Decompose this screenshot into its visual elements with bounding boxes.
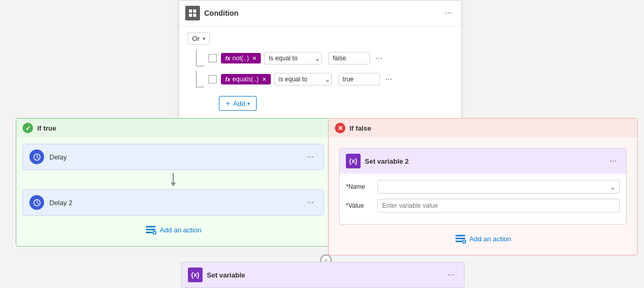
func-tag-1[interactable]: fx not(..) ✕ — [221, 53, 261, 63]
delay2-icon — [29, 195, 44, 210]
condition-row-2: fx equals(..) ✕ is equal to ··· — [194, 71, 453, 88]
flow-canvas: Condition ··· Or ▾ fx not(..) ✕ is equal — [0, 0, 644, 288]
add-chevron-icon: ▾ — [247, 101, 250, 106]
if-true-header: ✓ If true — [16, 119, 330, 137]
name-select-wrapper — [377, 180, 620, 194]
delay2-more-button[interactable]: ··· — [304, 197, 317, 208]
value-field[interactable] — [377, 199, 620, 212]
if-false-panel: ✕ If false {x} Set variable 2 ··· *Name — [328, 118, 638, 255]
if-true-add-action-label: Add an action — [160, 226, 202, 234]
func-close-1[interactable]: ✕ — [252, 55, 257, 62]
set-variable-bottom-card: {x} Set variable ··· — [181, 262, 464, 288]
operator-select-1[interactable]: is equal to — [264, 52, 322, 65]
svg-rect-11 — [146, 229, 155, 230]
bracket-1 — [196, 50, 204, 67]
svg-rect-10 — [146, 226, 155, 228]
condition-header: Condition ··· — [179, 1, 461, 26]
name-select[interactable] — [377, 180, 620, 194]
func-label-2: equals(..) — [233, 76, 259, 83]
if-false-add-action-label: Add an action — [469, 235, 511, 243]
condition-icon — [185, 6, 200, 20]
condition-body: Or ▾ fx not(..) ✕ is equal to ··· — [179, 26, 461, 119]
check-icon: ✓ — [23, 123, 33, 133]
checkbox-1[interactable] — [208, 54, 217, 62]
value-form-row: *Value — [346, 199, 620, 212]
condition-svg-icon — [188, 9, 197, 17]
bracket-2 — [196, 71, 204, 88]
set-variable-2-card: {x} Set variable 2 ··· *Name *Va — [339, 148, 627, 225]
row1-more-button[interactable]: ··· — [372, 52, 385, 64]
set-variable-2-title: Set variable 2 — [365, 157, 607, 165]
name-label: *Name — [346, 183, 377, 190]
if-false-add-action-svg-icon — [455, 233, 466, 244]
checkbox-2[interactable] — [208, 75, 217, 83]
if-false-title: If false — [350, 124, 631, 132]
set-var-icon: {x} — [346, 154, 361, 168]
value-input-2[interactable] — [338, 73, 380, 86]
delay2-label: Delay 2 — [49, 199, 304, 207]
value-input-1[interactable] — [328, 52, 370, 65]
if-false-add-action-button[interactable]: Add an action — [335, 229, 631, 249]
func-label-1: not(..) — [233, 55, 249, 62]
svg-rect-0 — [189, 9, 192, 13]
func-close-2[interactable]: ✕ — [262, 76, 267, 83]
if-true-add-action-button[interactable]: Add an action — [23, 220, 324, 240]
svg-line-9 — [37, 202, 38, 204]
svg-rect-2 — [189, 14, 192, 17]
x-icon: ✕ — [335, 123, 345, 133]
plus-icon: + — [226, 99, 230, 108]
if-true-panel: ✓ If true Delay ··· — [16, 118, 331, 247]
condition-row-1: fx not(..) ✕ is equal to ··· — [194, 50, 453, 67]
set-variable-bottom-title: Set variable — [207, 271, 445, 279]
if-false-header: ✕ If false — [329, 119, 637, 137]
svg-rect-18 — [456, 241, 462, 242]
condition-card: Condition ··· Or ▾ fx not(..) ✕ is equal — [178, 0, 462, 120]
svg-rect-17 — [456, 238, 465, 239]
delay-more-button[interactable]: ··· — [304, 151, 317, 163]
delay-icon — [29, 150, 44, 164]
fx-icon-2: fx — [225, 76, 230, 82]
svg-rect-3 — [193, 14, 196, 17]
or-chevron-icon: ▾ — [203, 36, 205, 41]
set-variable-bottom-more-button[interactable]: ··· — [445, 269, 458, 281]
set-variable-2-more-button[interactable]: ··· — [607, 155, 620, 167]
func-tag-2[interactable]: fx equals(..) ✕ — [221, 74, 271, 84]
condition-title: Condition — [204, 9, 442, 17]
add-button[interactable]: + Add ▾ — [219, 96, 257, 111]
svg-rect-1 — [193, 9, 196, 13]
if-false-body: {x} Set variable 2 ··· *Name *Va — [329, 137, 637, 255]
set-var-bottom-icon: {x} — [188, 268, 203, 282]
add-action-svg-icon — [145, 224, 156, 236]
set-variable-2-body: *Name *Value — [340, 174, 626, 224]
svg-rect-12 — [146, 232, 153, 233]
delay-label: Delay — [49, 153, 304, 161]
svg-rect-16 — [456, 235, 465, 237]
set-variable-2-header: {x} Set variable 2 ··· — [340, 148, 626, 174]
mini-connector — [23, 173, 324, 186]
operator-select-2[interactable]: is equal to — [274, 73, 332, 86]
delay-action-card: Delay ··· — [23, 144, 324, 170]
delay2-action-card: Delay 2 ··· — [23, 189, 324, 216]
svg-line-6 — [37, 157, 38, 158]
clock-svg-icon — [33, 153, 41, 161]
row2-more-button[interactable]: ··· — [382, 73, 395, 85]
condition-more-button[interactable]: ··· — [442, 7, 455, 19]
clock2-svg-icon — [33, 199, 41, 207]
name-form-row: *Name — [346, 180, 620, 194]
fx-icon-1: fx — [225, 55, 230, 61]
or-dropdown[interactable]: Or ▾ — [187, 33, 210, 45]
if-true-title: If true — [37, 124, 324, 132]
if-true-body: Delay ··· Delay 2 ··· — [16, 137, 330, 246]
operator-select-wrapper-2: is equal to — [274, 73, 335, 86]
operator-select-wrapper-1: is equal to — [264, 52, 325, 65]
value-label: *Value — [346, 202, 377, 209]
